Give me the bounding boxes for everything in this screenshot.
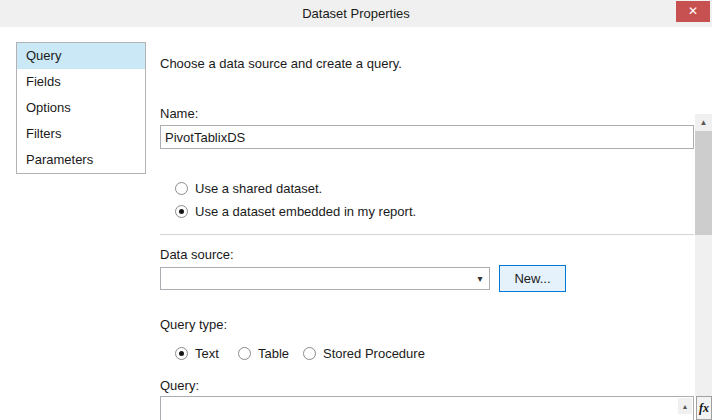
embedded-dataset-radio[interactable]: Use a dataset embedded in my report. bbox=[175, 203, 416, 219]
scrollbar-up-button[interactable]: ▲ bbox=[695, 114, 712, 131]
name-label: Name: bbox=[160, 106, 198, 121]
query-type-text-label: Text bbox=[195, 346, 219, 361]
sidebar-item-fields[interactable]: Fields bbox=[17, 69, 145, 95]
sidebar-item-parameters[interactable]: Parameters bbox=[17, 147, 145, 173]
vertical-scrollbar[interactable]: ▲ bbox=[695, 114, 712, 396]
sidebar-item-options[interactable]: Options bbox=[17, 95, 145, 121]
scroll-up-icon: ▲ bbox=[682, 403, 689, 410]
scrollbar-thumb[interactable] bbox=[695, 131, 712, 235]
sidebar-item-filters[interactable]: Filters bbox=[17, 121, 145, 147]
chevron-down-icon[interactable]: ▾ bbox=[471, 273, 489, 284]
query-scroll-up-button[interactable]: ▲ bbox=[678, 398, 692, 414]
data-source-label: Data source: bbox=[160, 247, 234, 262]
scroll-up-icon: ▲ bbox=[700, 118, 708, 127]
expression-fx-button[interactable]: fx bbox=[696, 396, 712, 420]
radio-button-icon[interactable] bbox=[175, 347, 188, 360]
radio-button-icon[interactable] bbox=[175, 182, 188, 195]
data-source-combobox[interactable]: ▾ bbox=[160, 267, 490, 290]
query-label: Query: bbox=[160, 378, 199, 393]
shared-dataset-label: Use a shared dataset. bbox=[195, 181, 322, 196]
query-type-text-radio[interactable]: Text bbox=[175, 345, 219, 361]
close-icon: ✕ bbox=[688, 4, 698, 18]
dataset-properties-dialog: Dataset Properties ✕ Query Fields Option… bbox=[0, 0, 712, 420]
query-type-stored-procedure-radio[interactable]: Stored Procedure bbox=[303, 345, 425, 361]
separator bbox=[160, 234, 694, 235]
shared-dataset-radio[interactable]: Use a shared dataset. bbox=[175, 180, 322, 196]
title-bar[interactable]: Dataset Properties bbox=[0, 0, 712, 27]
query-type-stored-procedure-label: Stored Procedure bbox=[323, 346, 425, 361]
dialog-title: Dataset Properties bbox=[302, 6, 410, 21]
query-type-table-label: Table bbox=[258, 346, 289, 361]
radio-button-icon[interactable] bbox=[175, 205, 188, 218]
sidebar-nav: Query Fields Options Filters Parameters bbox=[16, 42, 146, 174]
query-type-table-radio[interactable]: Table bbox=[238, 345, 289, 361]
page-heading: Choose a data source and create a query. bbox=[160, 56, 402, 71]
sidebar-item-query[interactable]: Query bbox=[17, 43, 145, 69]
radio-button-icon[interactable] bbox=[303, 347, 316, 360]
radio-button-icon[interactable] bbox=[238, 347, 251, 360]
query-type-label: Query type: bbox=[160, 317, 227, 332]
new-data-source-button[interactable]: New... bbox=[499, 265, 566, 292]
query-textarea[interactable]: ▲ bbox=[160, 396, 694, 420]
embedded-dataset-label: Use a dataset embedded in my report. bbox=[195, 204, 416, 219]
name-input[interactable] bbox=[160, 125, 694, 149]
close-button[interactable]: ✕ bbox=[676, 1, 710, 22]
